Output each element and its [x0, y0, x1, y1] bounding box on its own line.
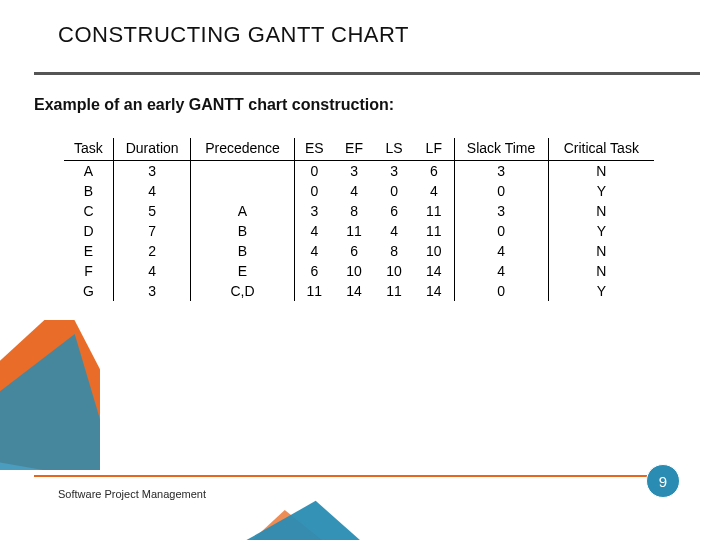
cell-lf: 10	[414, 241, 454, 261]
cell-duration: 4	[113, 181, 191, 201]
cell-critical: Y	[548, 221, 654, 241]
subtitle: Example of an early GANTT chart construc…	[34, 96, 394, 114]
table-row: G3C,D111411140Y	[64, 281, 654, 301]
cell-es: 0	[294, 181, 334, 201]
col-slack: Slack Time	[454, 138, 548, 161]
cell-critical: N	[548, 241, 654, 261]
cell-precedence	[191, 161, 294, 182]
cell-ef: 4	[334, 181, 374, 201]
col-task: Task	[64, 138, 113, 161]
cell-slack: 0	[454, 181, 548, 201]
cell-critical: N	[548, 201, 654, 221]
cell-task: E	[64, 241, 113, 261]
cell-lf: 4	[414, 181, 454, 201]
cell-duration: 4	[113, 261, 191, 281]
cell-precedence	[191, 181, 294, 201]
cell-ef: 8	[334, 201, 374, 221]
cell-ef: 14	[334, 281, 374, 301]
cell-slack: 3	[454, 201, 548, 221]
cell-es: 4	[294, 221, 334, 241]
table-row: A303363N	[64, 161, 654, 182]
cell-task: C	[64, 201, 113, 221]
cell-duration: 5	[113, 201, 191, 221]
cell-es: 3	[294, 201, 334, 221]
cell-lf: 14	[414, 261, 454, 281]
table-row: E2B468104N	[64, 241, 654, 261]
cell-task: D	[64, 221, 113, 241]
footer-divider	[34, 475, 650, 477]
cell-critical: Y	[548, 181, 654, 201]
col-ef: EF	[334, 138, 374, 161]
cell-task: F	[64, 261, 113, 281]
cell-task: B	[64, 181, 113, 201]
cell-duration: 3	[113, 281, 191, 301]
page-title: CONSTRUCTING GANTT CHART	[58, 22, 409, 48]
schedule-table: Task Duration Precedence ES EF LS LF Sla…	[64, 138, 654, 301]
cell-slack: 4	[454, 241, 548, 261]
footer-text: Software Project Management	[58, 488, 206, 500]
cell-ef: 3	[334, 161, 374, 182]
cell-ls: 11	[374, 281, 414, 301]
table-row: C5A386113N	[64, 201, 654, 221]
col-es: ES	[294, 138, 334, 161]
cell-precedence: B	[191, 221, 294, 241]
cell-critical: Y	[548, 281, 654, 301]
table-header-row: Task Duration Precedence ES EF LS LF Sla…	[64, 138, 654, 161]
cell-ef: 10	[334, 261, 374, 281]
cell-lf: 11	[414, 221, 454, 241]
cell-ls: 3	[374, 161, 414, 182]
cell-ef: 6	[334, 241, 374, 261]
cell-es: 6	[294, 261, 334, 281]
cell-duration: 3	[113, 161, 191, 182]
cell-slack: 0	[454, 221, 548, 241]
cell-duration: 7	[113, 221, 191, 241]
cell-es: 11	[294, 281, 334, 301]
cell-ls: 6	[374, 201, 414, 221]
cell-slack: 3	[454, 161, 548, 182]
cell-critical: N	[548, 161, 654, 182]
cell-es: 4	[294, 241, 334, 261]
col-duration: Duration	[113, 138, 191, 161]
cell-precedence: B	[191, 241, 294, 261]
table-row: B404040Y	[64, 181, 654, 201]
col-ls: LS	[374, 138, 414, 161]
cell-lf: 14	[414, 281, 454, 301]
col-lf: LF	[414, 138, 454, 161]
col-precedence: Precedence	[191, 138, 294, 161]
cell-critical: N	[548, 261, 654, 281]
table-row: F4E61010144N	[64, 261, 654, 281]
col-critical: Critical Task	[548, 138, 654, 161]
cell-precedence: E	[191, 261, 294, 281]
cell-precedence: C,D	[191, 281, 294, 301]
cell-precedence: A	[191, 201, 294, 221]
cell-slack: 0	[454, 281, 548, 301]
cell-slack: 4	[454, 261, 548, 281]
cell-task: A	[64, 161, 113, 182]
cell-ls: 4	[374, 221, 414, 241]
table-row: D7B4114110Y	[64, 221, 654, 241]
cell-ef: 11	[334, 221, 374, 241]
cell-duration: 2	[113, 241, 191, 261]
cell-lf: 6	[414, 161, 454, 182]
cell-lf: 11	[414, 201, 454, 221]
cell-es: 0	[294, 161, 334, 182]
cell-ls: 8	[374, 241, 414, 261]
page-number-badge: 9	[646, 464, 680, 498]
title-divider	[34, 72, 700, 74]
cell-task: G	[64, 281, 113, 301]
cell-ls: 0	[374, 181, 414, 201]
cell-ls: 10	[374, 261, 414, 281]
decorative-triangle-left	[0, 320, 100, 470]
